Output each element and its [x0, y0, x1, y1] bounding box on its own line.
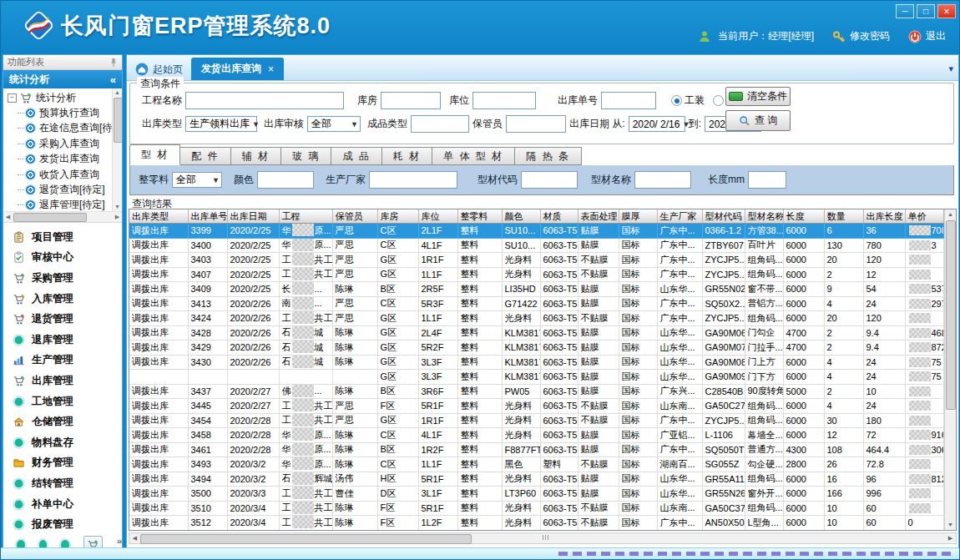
sidebar-module-10[interactable]: 物料盘存: [3, 432, 122, 453]
table-row[interactable]: 调拨出库35102020/3/4工共工程陈琳F区5R1F整料光身料6063-T5…: [129, 501, 945, 516]
tree-item-5[interactable]: 退货查询[待定]: [7, 182, 122, 197]
tree-item-6[interactable]: 退库管理[待定]: [7, 198, 122, 212]
sidebar-module-5[interactable]: 退库管理: [3, 330, 122, 351]
column-header-13[interactable]: 型材代码: [702, 209, 745, 224]
column-header-16[interactable]: 数量: [824, 209, 863, 224]
grid-horizontal-scrollbar[interactable]: ◀ ▶: [129, 532, 957, 544]
material-tab-5[interactable]: 耗 材: [382, 147, 432, 165]
sidebar-module-1[interactable]: 审核中心: [3, 248, 122, 269]
column-header-6[interactable]: 库位: [418, 209, 457, 224]
material-tab-4[interactable]: 成 品: [331, 147, 381, 165]
tree-root-item[interactable]: −统计分析: [7, 90, 122, 105]
tree-item-3[interactable]: 发货出库查询: [7, 152, 122, 167]
table-row[interactable]: 调拨出库34242020/2/26工共工程严思G区1L1F整料光身料6063-T…: [129, 311, 945, 326]
table-row[interactable]: 调拨出库34372020/2/27佛...陈琳B区3R6F整料PW056063-…: [129, 384, 945, 399]
clear-conditions-button[interactable]: 清空条件: [725, 87, 791, 106]
radio-gongzhuang[interactable]: 工装: [671, 93, 705, 108]
material-tab-6[interactable]: 单 体 型 材: [432, 147, 515, 165]
scroll-right-icon[interactable]: ▶: [945, 533, 956, 543]
audit-select[interactable]: 全部▼: [307, 116, 361, 132]
color-input[interactable]: [257, 171, 314, 189]
column-header-8[interactable]: 颜色: [502, 209, 540, 224]
scroll-left-icon[interactable]: ◀: [3, 212, 13, 222]
tree-item-2[interactable]: 采购入库查询: [7, 136, 122, 151]
scroll-right-icon[interactable]: ▶: [113, 212, 122, 222]
column-header-4[interactable]: 保管员: [332, 209, 377, 224]
material-tab-0[interactable]: 型 材: [129, 144, 180, 165]
profile-code-input[interactable]: [521, 171, 578, 189]
keeper-input[interactable]: [506, 115, 566, 133]
column-header-11[interactable]: 膜厚: [619, 209, 657, 224]
scroll-down-icon[interactable]: ▼: [113, 203, 122, 211]
scroll-left-icon[interactable]: ◀: [129, 533, 140, 543]
maximize-button[interactable]: □: [917, 4, 935, 18]
collapse-icon[interactable]: «: [110, 73, 116, 86]
length-input[interactable]: [748, 171, 786, 189]
column-header-5[interactable]: 库房: [377, 209, 418, 224]
column-header-2[interactable]: 出库日期: [227, 209, 279, 224]
sidebar-module-2[interactable]: 采购管理: [3, 268, 122, 289]
column-header-17[interactable]: 出库长度: [863, 209, 905, 224]
sidebar-module-11[interactable]: 财务管理: [3, 453, 122, 474]
column-header-18[interactable]: 单价: [905, 209, 943, 224]
table-row[interactable]: 调拨出库34452020/2/27工共工程严思F区5R1F整料光身料6063-T…: [129, 399, 945, 414]
date-from-picker[interactable]: 2020/ 2/16▼: [629, 116, 685, 132]
table-row[interactable]: 调拨出库34282020/2/26石城陈琳G区2L4F整料KLM38176063…: [129, 325, 945, 341]
whole-part-select[interactable]: 全部▼: [172, 172, 222, 188]
table-row[interactable]: 调拨出库34132020/2/26南...严思C区5R3F整料G71422606…: [129, 296, 945, 311]
scroll-down-icon[interactable]: ▼: [945, 520, 956, 530]
table-row[interactable]: 调拨出库34302020/2/26石城陈琳G区3L3F整料KLM38176063…: [129, 355, 945, 370]
tab-close-icon[interactable]: ×: [268, 63, 274, 75]
column-header-9[interactable]: 材质: [540, 209, 578, 224]
column-header-0[interactable]: 出库类型: [129, 209, 188, 224]
tree-expander-icon[interactable]: −: [8, 93, 17, 103]
tree-item-0[interactable]: 预算执行查询: [7, 105, 122, 120]
grid-vertical-scrollbar[interactable]: ▲ ▼: [944, 209, 956, 530]
sidebar-module-0[interactable]: 项目管理: [3, 227, 122, 248]
table-row[interactable]: 调拨出库34932020/3/2华原...陈琳C区1L1F整料黑色塑料不贴膜国标…: [129, 457, 945, 472]
outbound-type-select[interactable]: 生产领料出库▼: [185, 116, 257, 132]
sidebar-section-header[interactable]: 统计分析 «: [3, 70, 122, 88]
table-row[interactable]: 调拨出库34002020/2/25华原...严思C区4L1F整料SU10...6…: [129, 238, 945, 253]
column-header-14[interactable]: 型材名称: [745, 209, 783, 224]
table-row[interactable]: 调拨出库34072020/2/25工共工程严思G区1L1F整料光身料6063-T…: [129, 267, 945, 282]
tree-vertical-scrollbar[interactable]: ▲ ▼: [112, 88, 122, 211]
pin-icon[interactable]: [109, 58, 118, 68]
sidebar-module-14[interactable]: 报废管理: [3, 514, 122, 535]
close-button[interactable]: ×: [937, 4, 956, 18]
material-tab-3[interactable]: 玻 璃: [281, 147, 331, 165]
table-row[interactable]: 调拨出库34092020/2/25长...陈琳B区2R5F整料LI35HD606…: [129, 282, 945, 297]
material-tab-2[interactable]: 辅 材: [231, 147, 281, 165]
sidebar-module-3[interactable]: 入库管理: [3, 289, 122, 310]
minimize-button[interactable]: ─: [896, 4, 914, 18]
tree-horizontal-scrollbar[interactable]: ◀ ▶: [3, 212, 122, 223]
sidebar-module-9[interactable]: 仓储管理: [3, 411, 122, 432]
factory-input[interactable]: [369, 171, 457, 189]
warehouse-input[interactable]: [381, 92, 441, 109]
sidebar-module-12[interactable]: 结转管理: [3, 473, 122, 494]
tab-list-dropdown-icon[interactable]: ▾: [948, 63, 953, 74]
table-row[interactable]: 调拨出库34292020/2/26石城陈琳G区5R2F整料KLM38176063…: [129, 341, 945, 356]
material-tab-1[interactable]: 配 件: [180, 147, 230, 165]
column-header-12[interactable]: 生产厂家: [657, 209, 702, 224]
search-button[interactable]: 查 询: [725, 110, 791, 131]
sidebar-module-13[interactable]: 补单中心: [3, 494, 122, 515]
table-row[interactable]: 调拨出库35122020/3/4工共工程陈琳F区1L2F整料光身料6063-T5…: [129, 516, 945, 531]
table-row[interactable]: 调拨出库34582020/2/28华原...陈琳C区4L1F整料光身料6063-…: [129, 428, 945, 443]
sidebar-module-8[interactable]: 工地管理: [3, 391, 122, 412]
table-row[interactable]: 调拨出库33992020/2/25华原...严思C区2L1F整料SU10...6…: [129, 224, 945, 239]
table-row[interactable]: 调拨出库34612020/2/28华原...陈琳B区1R2F整料F8877FT6…: [129, 442, 945, 457]
tree-item-1[interactable]: 在途信息查询[待: [7, 121, 122, 136]
column-header-3[interactable]: 工程: [279, 209, 332, 224]
scroll-up-icon[interactable]: ▲: [113, 88, 122, 97]
tab-shipping-outbound-query[interactable]: 发货出库查询 ×: [191, 58, 284, 80]
tree-item-4[interactable]: 收货入库查询: [7, 167, 122, 182]
profile-name-input[interactable]: [634, 171, 691, 189]
order-no-input[interactable]: [601, 92, 656, 109]
column-header-7[interactable]: 整零料: [457, 209, 502, 224]
table-row[interactable]: G区3L3F整料KLM38176063-T5贴膜国标山东华...GA90M09.…: [129, 370, 945, 385]
project-name-input[interactable]: [185, 92, 344, 109]
scroll-up-icon[interactable]: ▲: [945, 209, 956, 219]
logout-button[interactable]: 退出: [908, 29, 946, 43]
location-input[interactable]: [472, 92, 536, 109]
